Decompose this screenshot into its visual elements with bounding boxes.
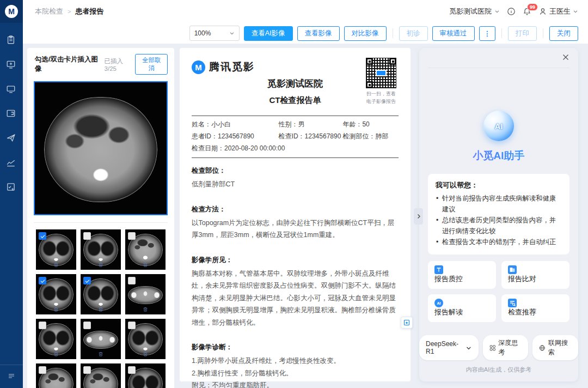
ct-thumbnail[interactable]: [36, 229, 76, 270]
ai-assistant-panel: AI 小觅AI助手 我可以帮您： 针对当前报告内容生成疾病解读和健康建议总结该患…: [419, 48, 578, 381]
ct-thumbnail[interactable]: [81, 319, 121, 359]
approve-button[interactable]: 审核通过: [432, 26, 475, 41]
ai-help-bullet: 总结该患者历史同类型的报告内容，并进行病情变化比较: [436, 215, 562, 237]
thumbnail-checkbox[interactable]: [128, 232, 136, 240]
report-section: 影像学诊断：1.两肺外带小斑点及纤维灶，考虑慢性炎性改变。2.胸椎退行性变，部分…: [192, 343, 399, 388]
view-image-button[interactable]: 查看影像: [297, 26, 340, 41]
first-diagnosis-button: 初诊: [399, 26, 428, 41]
ct-slice-image: [35, 82, 167, 214]
sidebar-item-chart-line-icon[interactable]: [6, 157, 17, 168]
svg-text:AI: AI: [437, 301, 441, 305]
ai-action-label: 报告解读: [434, 307, 489, 317]
ai-disclaimer: 内容由AI生成，仅供参考: [419, 366, 578, 374]
report-section: 影像学所见：胸廓基本对称，气管基本居中。双肺纹理增多，外带小斑点及纤维灶，余未见…: [192, 256, 399, 329]
model-selector-pill[interactable]: DeepSeek-R1: [419, 335, 479, 360]
monitor-plus-icon: [6, 59, 17, 69]
divider: [501, 28, 502, 38]
ct-thumbnail[interactable]: [81, 363, 121, 388]
breadcrumb-parent[interactable]: 本院检查: [35, 7, 63, 16]
ct-thumbnail[interactable]: [36, 319, 76, 359]
trash-icon[interactable]: [98, 306, 104, 313]
trash-icon[interactable]: [53, 262, 59, 268]
thumbnail-checkbox[interactable]: [39, 322, 46, 329]
ct-thumbnail[interactable]: [125, 319, 166, 359]
sidebar-item-monitor-plus-icon[interactable]: [6, 59, 17, 70]
ai-action-report-compare[interactable]: 报告比对: [501, 261, 569, 289]
ai-action-report-interpret[interactable]: AI报告解读: [428, 294, 496, 322]
card-reader-icon: [6, 108, 17, 118]
info-icon[interactable]: [507, 7, 516, 16]
section-title: 影像学所见：: [192, 256, 399, 265]
trash-icon[interactable]: [143, 262, 149, 268]
thumbnail-checkbox[interactable]: [39, 277, 46, 284]
trash-icon[interactable]: [53, 306, 59, 313]
trash-icon[interactable]: [53, 351, 59, 357]
ai-action-report-qc[interactable]: 报告质控: [428, 261, 496, 289]
inserted-count: 已插入 3/25: [105, 57, 136, 72]
more-actions-button[interactable]: ⋮: [479, 26, 496, 41]
app-logo: M: [0, 0, 23, 23]
ai-action-label: 检查推荐: [508, 307, 563, 317]
thumbnail-checkbox[interactable]: [83, 232, 91, 240]
annotation-button[interactable]: [401, 317, 413, 329]
thumbnail-checkbox[interactable]: [128, 322, 136, 329]
zoom-select[interactable]: 100%: [189, 26, 240, 41]
body-part: 检测部位：肺部: [342, 132, 399, 141]
hospital-selector[interactable]: 觅影测试医院: [449, 7, 500, 16]
ct-thumbnail[interactable]: [81, 274, 121, 314]
ai-quick-actions: 报告质控报告比对AI报告解读检查推荐: [428, 261, 569, 322]
breadcrumb-separator: >: [68, 8, 71, 15]
ct-report-document: M 腾讯觅影 扫一扫，查看 电子影像报告 觅影测试医院 CT检查报告单 姓名：小…: [180, 48, 411, 381]
annotation-icon: [403, 319, 410, 326]
ct-thumbnail[interactable]: [36, 363, 76, 388]
report-section: 检查部位：低剂量肺部CT: [192, 166, 399, 191]
thumbnail-grid: [36, 229, 174, 388]
patient-age: 年龄：50: [342, 120, 399, 129]
breadcrumb: 本院检查 > 患者报告: [35, 7, 103, 16]
ct-thumbnail[interactable]: [125, 274, 166, 314]
monitor-icon: [6, 84, 17, 94]
sidebar-item-monitor-icon[interactable]: [6, 84, 17, 95]
trash-icon[interactable]: [98, 262, 104, 268]
trash-icon[interactable]: [143, 351, 149, 357]
thumbnail-checkbox[interactable]: [39, 366, 46, 374]
trash-icon[interactable]: [98, 351, 104, 357]
notification-badge: 99: [527, 3, 538, 11]
sidebar-item-clipboard-icon[interactable]: [6, 35, 17, 46]
close-icon[interactable]: [562, 53, 571, 62]
sidebar-collapse-button[interactable]: [0, 365, 23, 380]
cancel-all-button[interactable]: 全部取消: [135, 54, 168, 75]
ct-thumbnail[interactable]: [125, 363, 166, 388]
trash-icon[interactable]: [143, 306, 149, 313]
sidebar-item-calculator-icon[interactable]: [6, 182, 17, 193]
user-menu[interactable]: 王医生: [538, 7, 578, 16]
thumbnail-checkbox[interactable]: [128, 277, 136, 284]
ai-action-exam-recommend[interactable]: 检查推荐: [501, 294, 569, 322]
ct-thumbnail[interactable]: [36, 274, 76, 314]
thumbnail-checkbox[interactable]: [128, 366, 136, 374]
user-name: 王医生: [549, 7, 571, 16]
patient-id: 患者ID：1234567890: [192, 132, 279, 141]
sidebar-item-card-reader-icon[interactable]: [6, 108, 17, 119]
collapse-ai-panel-handle[interactable]: [414, 208, 423, 225]
report-qc-icon: [434, 265, 489, 274]
deep-think-toggle[interactable]: 深度思考: [483, 335, 529, 360]
close-button[interactable]: 关闭: [549, 26, 578, 41]
ct-thumbnail[interactable]: [81, 229, 121, 270]
thumbnail-checkbox[interactable]: [39, 232, 46, 240]
ai-action-label: 报告质控: [434, 274, 489, 284]
ct-thumbnail[interactable]: [125, 229, 166, 270]
web-search-toggle[interactable]: 联网搜索: [532, 335, 578, 360]
exam-id: 检查ID：1234567890: [279, 132, 343, 141]
exam-recommend-icon: [508, 299, 563, 307]
thumbnail-checkbox[interactable]: [83, 277, 91, 284]
model-name: DeepSeek-R1: [426, 340, 463, 355]
notification-bell-icon[interactable]: 99: [523, 7, 531, 16]
view-ai-image-button[interactable]: 查看AI影像: [244, 26, 293, 41]
thumbnail-checkbox[interactable]: [83, 366, 91, 374]
chevron-down-icon: [465, 344, 472, 351]
compare-image-button[interactable]: 对比影像: [344, 26, 387, 41]
sidebar-item-send-icon[interactable]: [6, 133, 17, 144]
section-text: 附见：不均匀重度脂肪肝。: [192, 379, 399, 388]
thumbnail-checkbox[interactable]: [83, 322, 91, 329]
